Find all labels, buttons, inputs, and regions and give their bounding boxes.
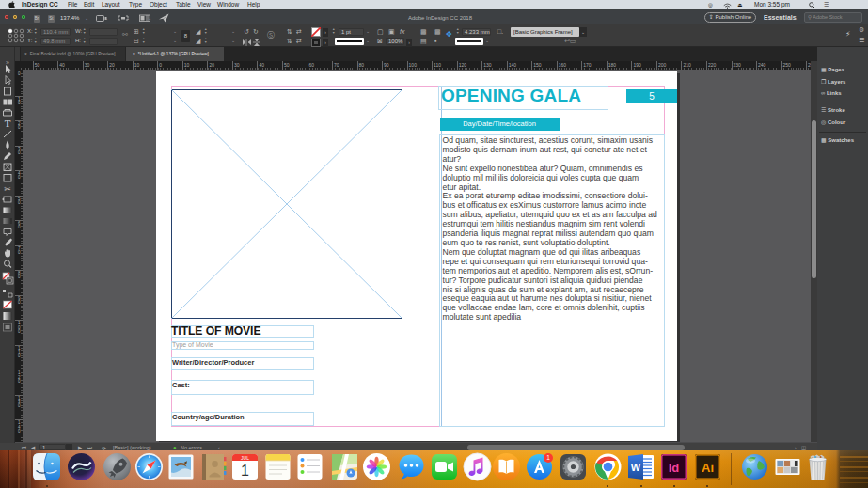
svg-text:»: » (6, 59, 9, 66)
svg-text:Ai: Ai (702, 461, 714, 475)
svg-text:1: 1 (546, 454, 550, 461)
svg-text:W: W (631, 462, 641, 473)
svg-text:JUL: JUL (241, 455, 249, 461)
svg-text:T: T (5, 118, 11, 129)
svg-text:✂︎: ✂︎ (4, 184, 11, 194)
svg-text:Id: Id (669, 461, 680, 475)
svg-text:1: 1 (241, 463, 249, 479)
